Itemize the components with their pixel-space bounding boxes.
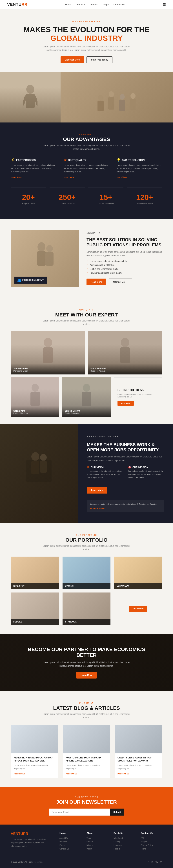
- footer-link-2-0[interactable]: Nike Sport: [114, 837, 135, 839]
- partner-title: BECOME OUR PARTNER TO MAKE ECONOMICS BET…: [22, 647, 151, 658]
- menu-icon[interactable]: ☰: [163, 2, 166, 6]
- svg-point-6: [109, 91, 114, 97]
- nav-about[interactable]: About Us: [76, 3, 85, 6]
- nav-contact[interactable]: Contact Us: [114, 3, 125, 6]
- footer-link-0-2[interactable]: Pages: [59, 844, 81, 846]
- stat-label-3: Professional Team: [127, 203, 162, 205]
- hero-heading: MAKES THE EVOLUTION FOR THE GLOBAL INDUS…: [22, 25, 151, 43]
- stat-number-0: 20+: [11, 193, 46, 202]
- portfolio-card-0[interactable]: NIKE SPORT: [11, 557, 59, 589]
- footer-link-2-3[interactable]: Fedeks: [114, 848, 135, 850]
- portfolio-empty: View More: [114, 592, 162, 625]
- blog-card-2[interactable]: CREDIT SUISSE NAMES ITS TOP STOCK PICKS …: [115, 725, 162, 778]
- discover-button[interactable]: Discover More: [60, 56, 84, 63]
- about-tag: ABOUT US: [86, 231, 162, 235]
- portfolio-card-1[interactable]: DAMING: [63, 557, 110, 589]
- portfolio-more-button[interactable]: View More: [129, 606, 147, 612]
- facebook-icon[interactable]: f: [148, 861, 149, 863]
- portfolio-card-4[interactable]: STARBUCK: [63, 592, 110, 625]
- nav-portfolio[interactable]: Portfolio: [90, 3, 98, 6]
- team-member-name-1: Mark Williams: [91, 367, 160, 370]
- check-item-0: Lorem ipsum dolor sit amet consectetur: [86, 259, 162, 263]
- footer-link-3-0[interactable]: FAQ: [141, 837, 162, 839]
- about-read-more-button[interactable]: Read More: [86, 279, 106, 285]
- hero-section: WE ARE THE PARTNER MAKES THE EVOLUTION F…: [0, 9, 173, 72]
- team-card-2[interactable]: Sarah Kim Project Manager: [11, 377, 59, 417]
- badge-icon: 👥: [17, 278, 21, 282]
- footer-link-0-1[interactable]: Portfolio: [59, 840, 81, 843]
- newsletter-title: JOIN OUR NEWSLETTER: [11, 799, 162, 805]
- professionals-badge: 👥 PROFESSIONALS STAFF: [15, 277, 47, 284]
- group-photo-right: [60, 72, 173, 123]
- team-member-role-3: Senior Consultant: [65, 412, 108, 414]
- footer-link-3-1[interactable]: Support: [141, 840, 162, 843]
- behind-desk-button[interactable]: View More: [118, 401, 134, 406]
- footer-link-3-3[interactable]: Terms: [141, 848, 162, 850]
- hero-image-left: [0, 72, 60, 123]
- linkedin-icon[interactable]: in: [151, 861, 153, 863]
- svg-rect-13: [37, 251, 46, 266]
- blog-card-0[interactable]: HERE'S HOW RISING INFLATION MAY AFFECT Y…: [11, 725, 58, 778]
- mission-section: THE CAPTAIN PARTNER MAKES THE BUSINESS W…: [0, 424, 173, 523]
- newsletter-submit-button[interactable]: Submit: [110, 809, 124, 815]
- stat-label-1: Companies Work: [50, 203, 85, 205]
- svg-rect-7: [108, 97, 115, 110]
- footer-link-1-0[interactable]: Team: [86, 837, 108, 839]
- logo-accent: RR: [22, 2, 27, 7]
- footer-link-1-2[interactable]: Mission: [86, 844, 108, 846]
- footer: VENTURR Lorem ipsum dolor sit amet, cons…: [0, 825, 173, 868]
- copyright-text: © 2022 Venturr. All Rights Reserved.: [11, 861, 43, 863]
- smart-solution-icon: 💡: [117, 158, 121, 162]
- start-free-button[interactable]: Start Free Today: [86, 56, 113, 63]
- social-links: f in tw yt: [148, 861, 162, 863]
- behind-desk-title: BEHIND THE DESK: [118, 389, 144, 392]
- team-card-0[interactable]: Julia Roberts Marketing Expert: [11, 331, 85, 374]
- svg-point-8: [120, 94, 125, 100]
- advantage-item-0: ⚡ FAST PROCESS Lorem ipsum dolor sit ame…: [11, 158, 56, 179]
- footer-link-0-3[interactable]: Contact Us: [59, 848, 81, 850]
- partner-learn-more-button[interactable]: Learn More: [76, 672, 97, 679]
- advantages-title: OUR ADVANTAGES: [11, 136, 162, 142]
- stat-item-0: 20+ Projects Done: [11, 187, 46, 210]
- team-card-3[interactable]: James Brown Senior Consultant: [62, 377, 110, 417]
- adv-learn-more-0[interactable]: Learn More: [11, 176, 21, 178]
- adv-text-0: Lorem ipsum dolor sit amet, consectetur …: [11, 163, 56, 174]
- portfolio-card-2[interactable]: LEMONELO: [114, 557, 162, 589]
- logo-prefix: VENTU: [7, 2, 22, 7]
- adv-learn-more-1[interactable]: Learn More: [64, 176, 74, 178]
- footer-col-1: About Team History Mission Vision: [86, 832, 108, 851]
- newsletter-email-input[interactable]: [49, 809, 110, 815]
- footer-link-1-1[interactable]: History: [86, 840, 108, 843]
- portfolio-card-3[interactable]: FEDEKS: [11, 592, 59, 625]
- logo[interactable]: VENTURR: [7, 2, 27, 7]
- svg-point-12: [38, 242, 45, 251]
- about-contact-button[interactable]: Contact Us →: [109, 279, 132, 285]
- blog-image-0: [11, 725, 58, 753]
- twitter-icon[interactable]: tw: [155, 861, 158, 863]
- footer-col-2: Portfolio Nike Sport Daming Lemonelo Fed…: [114, 832, 135, 851]
- footer-col-title-2: Portfolio: [114, 832, 135, 834]
- mission-learn-more-button[interactable]: Learn More: [87, 487, 107, 494]
- footer-logo-accent: RR: [23, 832, 28, 836]
- svg-rect-9: [119, 100, 125, 111]
- blog-card-1[interactable]: HOW TO INSURE YOUR TRIP AND AIRLINE CANC…: [63, 725, 110, 778]
- about-title: THE BEST SOLUTION IN SOLVING PUBLIC RELA…: [86, 237, 162, 248]
- footer-link-3-2[interactable]: Privacy Policy: [141, 844, 162, 846]
- team-card-1[interactable]: Mark Williams Business Analyst: [88, 331, 162, 374]
- footer-link-2-1[interactable]: Daming: [114, 840, 135, 843]
- footer-link-1-3[interactable]: Vision: [86, 848, 108, 850]
- stat-number-3: 120+: [127, 193, 162, 202]
- blog-post-title-0: HERE'S HOW RISING INFLATION MAY AFFECT Y…: [14, 756, 55, 763]
- footer-link-0-0[interactable]: About Us: [59, 837, 81, 839]
- svg-rect-11: [130, 99, 136, 111]
- nav-home[interactable]: Home: [65, 3, 71, 6]
- youtube-icon[interactable]: yt: [160, 861, 162, 863]
- svg-point-24: [31, 452, 39, 461]
- hero-tag: WE ARE THE PARTNER: [42, 20, 131, 23]
- badge-text: PROFESSIONALS STAFF: [22, 279, 44, 281]
- adv-learn-more-2[interactable]: Learn More: [117, 176, 127, 178]
- team-member-role-2: Project Manager: [13, 412, 57, 414]
- footer-link-2-2[interactable]: Lemonelo: [114, 844, 135, 846]
- nav-pages[interactable]: Pages: [102, 3, 109, 6]
- svg-rect-5: [98, 100, 104, 111]
